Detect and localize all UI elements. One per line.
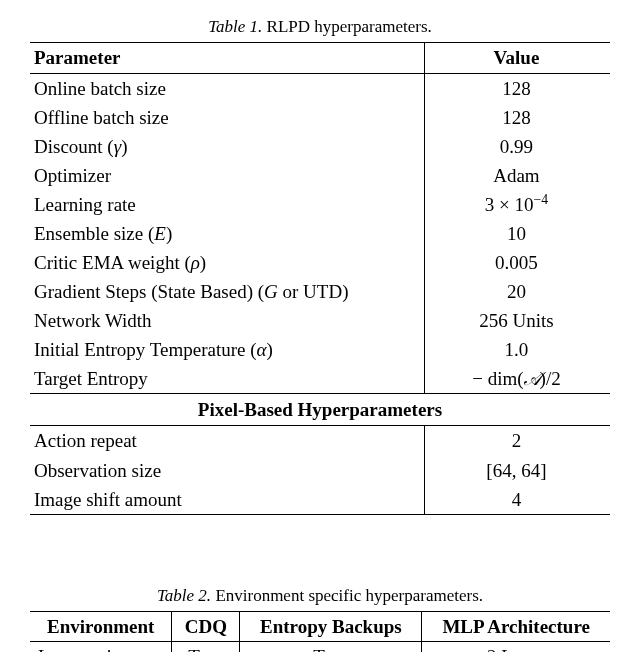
table2-caption-prefix: Table 2. (157, 586, 211, 605)
param-cell: Gradient Steps (State Based) (G or UTD) (30, 277, 424, 306)
table1-header-row: Parameter Value (30, 43, 610, 73)
cdq-cell: True (172, 642, 240, 652)
param-cell: Initial Entropy Temperature (α) (30, 335, 424, 364)
table1: Parameter Value Online batch size 128 Of… (30, 42, 610, 514)
table1-caption-prefix: Table 1. (208, 17, 262, 36)
table-row: Network Width 256 Units (30, 306, 610, 335)
ent-cell: True (240, 642, 422, 652)
table-row: Learning rate 3 × 10−4 (30, 190, 610, 219)
value-cell: 0.005 (424, 248, 610, 277)
table1-header-value: Value (424, 43, 610, 73)
value-cell: 3 × 10−4 (424, 190, 610, 219)
table-row: Offline batch size 128 (30, 103, 610, 132)
param-cell: Learning rate (30, 190, 424, 219)
value-cell: Adam (424, 161, 610, 190)
table-row: Image shift amount 4 (30, 485, 610, 515)
table2-header-ent: Entropy Backups (240, 612, 422, 642)
value-cell: 1.0 (424, 335, 610, 364)
param-cell: Offline batch size (30, 103, 424, 132)
table2-header-cdq: CDQ (172, 612, 240, 642)
table1-header-param: Parameter (30, 43, 424, 73)
env-cell: Locomotion (30, 642, 172, 652)
param-cell: Ensemble size (E) (30, 219, 424, 248)
param-cell: Optimizer (30, 161, 424, 190)
value-cell: 2 (424, 426, 610, 456)
table2-header-row: Environment CDQ Entropy Backups MLP Arch… (30, 612, 610, 642)
param-cell: Target Entropy (30, 364, 424, 394)
value-cell: 256 Units (424, 306, 610, 335)
table-row: Critic EMA weight (ρ) 0.005 (30, 248, 610, 277)
param-cell: Network Width (30, 306, 424, 335)
table1-caption-text: RLPD hyperparameters. (262, 17, 431, 36)
table-row: Gradient Steps (State Based) (G or UTD) … (30, 277, 610, 306)
table-row: Action repeat 2 (30, 426, 610, 456)
value-cell: − dim(𝒜)/2 (424, 364, 610, 394)
param-cell: Observation size (30, 456, 424, 485)
table2-caption-text: Environment specific hyperparameters. (211, 586, 483, 605)
table1-caption: Table 1. RLPD hyperparameters. (30, 16, 610, 38)
table2-caption: Table 2. Environment specific hyperparam… (30, 585, 610, 607)
table-row: Optimizer Adam (30, 161, 610, 190)
param-cell: Discount (γ) (30, 132, 424, 161)
table-row: Observation size [64, 64] (30, 456, 610, 485)
vertical-spacer (30, 515, 610, 585)
table1-pixel-section-title: Pixel-Based Hyperparameters (30, 394, 610, 426)
param-cell: Online batch size (30, 73, 424, 103)
table-row: Ensemble size (E) 10 (30, 219, 610, 248)
param-cell: Image shift amount (30, 485, 424, 515)
table2: Environment CDQ Entropy Backups MLP Arch… (30, 611, 610, 652)
value-cell: 10 (424, 219, 610, 248)
table2-header-env: Environment (30, 612, 172, 642)
table-row: Online batch size 128 (30, 73, 610, 103)
table-row: Discount (γ) 0.99 (30, 132, 610, 161)
table1-pixel-section-row: Pixel-Based Hyperparameters (30, 394, 610, 426)
value-cell: 128 (424, 103, 610, 132)
mlp-cell: 2 Layer (422, 642, 610, 652)
table-row: Initial Entropy Temperature (α) 1.0 (30, 335, 610, 364)
value-cell: [64, 64] (424, 456, 610, 485)
table-row: Locomotion True True 2 Layer (30, 642, 610, 652)
value-cell: 20 (424, 277, 610, 306)
table-row: Target Entropy − dim(𝒜)/2 (30, 364, 610, 394)
value-cell: 4 (424, 485, 610, 515)
value-cell: 0.99 (424, 132, 610, 161)
table2-header-mlp: MLP Architecture (422, 612, 610, 642)
value-cell: 128 (424, 73, 610, 103)
param-cell: Action repeat (30, 426, 424, 456)
param-cell: Critic EMA weight (ρ) (30, 248, 424, 277)
